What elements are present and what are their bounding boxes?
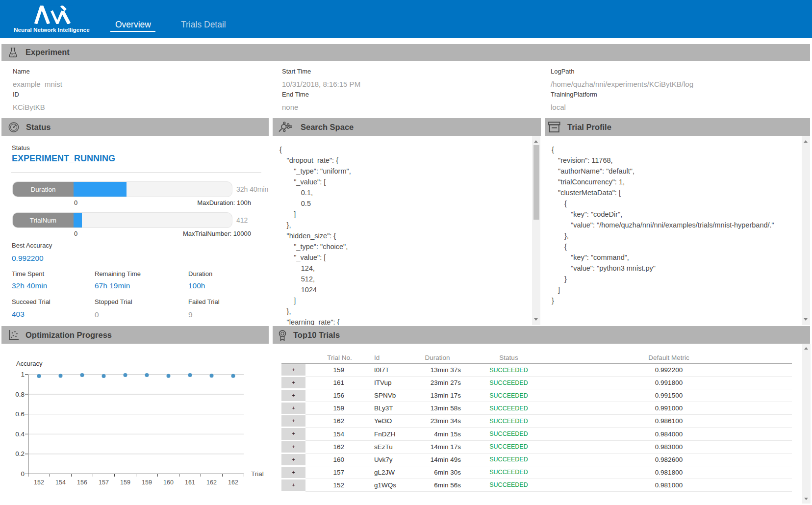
svg-text:159: 159 <box>120 479 130 486</box>
svg-text:154: 154 <box>55 479 66 486</box>
svg-text:161: 161 <box>185 479 195 486</box>
svg-text:1: 1 <box>21 371 25 378</box>
svg-text:0.2: 0.2 <box>15 450 25 457</box>
svg-text:157: 157 <box>99 479 109 486</box>
svg-text:0.4: 0.4 <box>15 430 25 438</box>
svg-text:159: 159 <box>142 479 152 486</box>
svg-text:0.8: 0.8 <box>15 391 25 398</box>
svg-text:152: 152 <box>34 479 44 486</box>
svg-text:0.6: 0.6 <box>15 410 25 418</box>
svg-text:0: 0 <box>21 470 25 478</box>
svg-text:162: 162 <box>228 479 238 486</box>
svg-text:156: 156 <box>77 479 87 486</box>
svg-text:Trial: Trial <box>251 470 264 478</box>
svg-text:162: 162 <box>206 479 217 486</box>
svg-text:Accuracy: Accuracy <box>16 360 43 367</box>
svg-text:160: 160 <box>163 479 174 486</box>
